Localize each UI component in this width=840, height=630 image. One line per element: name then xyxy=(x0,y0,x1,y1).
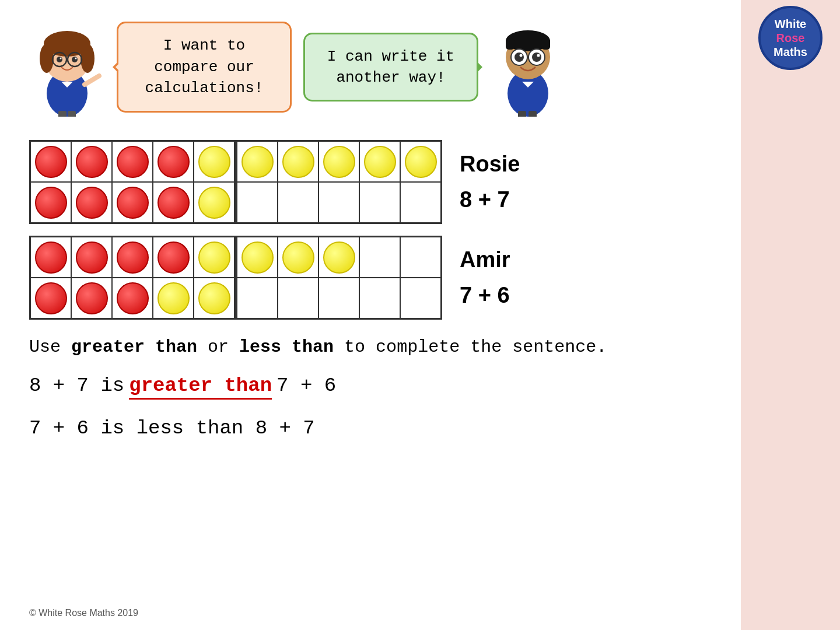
cell xyxy=(71,182,112,223)
answer-line-2: 7 + 6 is less than 8 + 7 xyxy=(29,417,712,439)
main-content: I want to compare our calculations! I ca… xyxy=(0,0,741,630)
cell xyxy=(237,237,278,278)
amir-frame-1 xyxy=(29,236,236,320)
cell xyxy=(400,141,441,182)
cell xyxy=(400,237,441,278)
cell xyxy=(153,278,194,318)
cell xyxy=(278,278,318,318)
cell xyxy=(318,237,359,278)
answer-fill: greater than xyxy=(129,374,272,400)
amir-label: Amir 7 + 6 xyxy=(460,242,510,313)
cell xyxy=(112,182,153,223)
cell xyxy=(194,141,235,182)
rosie-frame-1 xyxy=(29,140,236,224)
svg-point-10 xyxy=(60,58,62,60)
rosie-ten-frames xyxy=(29,140,442,224)
cell xyxy=(318,182,359,223)
cell xyxy=(359,278,400,318)
cell xyxy=(194,237,235,278)
speech-bubble-1: I want to compare our calculations! xyxy=(117,22,292,112)
cell xyxy=(112,141,153,182)
cell xyxy=(237,141,278,182)
cell xyxy=(278,237,318,278)
cell xyxy=(71,141,112,182)
question-section: Use greater than or less than to complet… xyxy=(29,337,712,439)
wrm-logo: White Rose Maths xyxy=(758,6,822,70)
cell xyxy=(112,237,153,278)
cell xyxy=(71,278,112,318)
svg-point-26 xyxy=(537,54,540,57)
character-boy xyxy=(490,18,566,117)
cell xyxy=(318,278,359,318)
copyright: © White Rose Maths 2019 xyxy=(29,608,138,618)
amir-frame-group: Amir 7 + 6 xyxy=(29,236,510,320)
svg-point-23 xyxy=(514,52,524,62)
svg-point-24 xyxy=(532,52,541,62)
sidebar: White Rose Maths xyxy=(741,0,840,630)
cell xyxy=(71,237,112,278)
cell xyxy=(359,141,400,182)
cell xyxy=(30,141,71,182)
cell xyxy=(194,182,235,223)
cell xyxy=(153,237,194,278)
cell xyxy=(153,182,194,223)
svg-line-12 xyxy=(85,76,99,85)
svg-point-8 xyxy=(57,57,62,62)
svg-rect-19 xyxy=(506,38,514,50)
amir-frames-section: Amir 7 + 6 xyxy=(29,236,712,320)
frames-section: Rosie 8 + 7 xyxy=(29,140,712,224)
cell xyxy=(359,237,400,278)
cell xyxy=(30,182,71,223)
svg-point-11 xyxy=(75,58,77,60)
svg-rect-28 xyxy=(518,111,526,117)
instruction-text: Use greater than or less than to complet… xyxy=(29,337,712,357)
rosie-frame-with-label: Rosie 8 + 7 xyxy=(29,140,520,224)
cell xyxy=(112,278,153,318)
header-section: I want to compare our calculations! I ca… xyxy=(29,18,712,117)
rosie-label: Rosie 8 + 7 xyxy=(460,146,520,218)
svg-point-4 xyxy=(80,44,94,73)
amir-frame-with-label: Amir 7 + 6 xyxy=(29,236,510,320)
svg-point-3 xyxy=(40,44,54,73)
cell xyxy=(400,278,441,318)
cell xyxy=(400,182,441,223)
svg-rect-13 xyxy=(58,111,66,117)
answer-line-1: 8 + 7 is greater than 7 + 6 xyxy=(29,374,712,400)
cell xyxy=(278,141,318,182)
cell xyxy=(237,182,278,223)
cell xyxy=(194,278,235,318)
cell xyxy=(359,182,400,223)
character-girl xyxy=(29,18,105,117)
svg-point-9 xyxy=(72,57,78,62)
speech-bubble-2: I can write it another way! xyxy=(303,33,478,102)
svg-rect-29 xyxy=(528,111,537,117)
cell xyxy=(30,237,71,278)
cell xyxy=(153,141,194,182)
cell xyxy=(278,182,318,223)
svg-rect-14 xyxy=(68,111,76,117)
cell xyxy=(30,278,71,318)
cell xyxy=(237,278,278,318)
rosie-frame-group: Rosie 8 + 7 xyxy=(29,140,520,224)
svg-point-25 xyxy=(520,54,523,57)
amir-ten-frames xyxy=(29,236,442,320)
amir-frame-2 xyxy=(236,236,442,320)
rosie-frame-2 xyxy=(236,140,442,224)
svg-rect-20 xyxy=(541,38,550,50)
cell xyxy=(318,141,359,182)
